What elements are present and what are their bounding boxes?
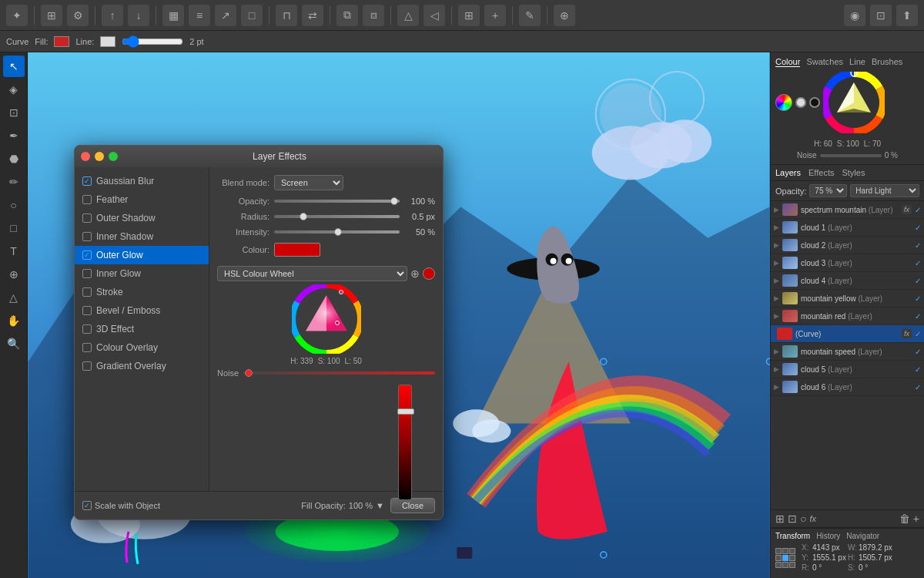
paint-tool[interactable]: ○ (3, 194, 25, 216)
blend-mode-select-panel[interactable]: Hard Light (850, 184, 919, 197)
scale-checkbox[interactable]: ✓ (82, 501, 92, 510)
wheel-color-swatch[interactable] (423, 267, 435, 280)
canvas-area[interactable]: Layer Effects ✓ Gaussian Blur Feather (28, 52, 770, 578)
group-icon[interactable]: ⧉ (336, 5, 358, 26)
ref-pt[interactable] (775, 555, 782, 561)
bool-icon[interactable]: ⊕ (554, 5, 575, 26)
hsl-color-wheel[interactable] (292, 284, 361, 354)
image-icon[interactable]: ⊡ (788, 512, 797, 525)
layer-visible[interactable]: ✓ (915, 206, 921, 214)
saturation-handle[interactable] (397, 408, 414, 415)
effect-outer-glow[interactable]: ✓ Outer Glow (75, 246, 209, 264)
layer-visible[interactable]: ✓ (915, 365, 921, 374)
layer-visible[interactable]: ✓ (915, 259, 921, 267)
select-tool[interactable]: ↖ (3, 55, 25, 77)
gradient-overlay-checkbox[interactable] (82, 361, 92, 371)
layer-cloud3[interactable]: ▶ cloud 3 (Layer) ✓ (771, 254, 924, 272)
blend-mode-select[interactable]: Screen (274, 175, 343, 190)
opacity-thumb[interactable] (390, 197, 398, 205)
brushes-tab[interactable]: Brushes (872, 57, 902, 67)
effect-outer-shadow[interactable]: Outer Shadow (75, 209, 209, 227)
fill-swatch[interactable] (54, 36, 69, 47)
gaussian-blur-checkbox[interactable]: ✓ (82, 176, 92, 186)
layer-visible[interactable]: ✓ (915, 383, 921, 391)
flip-icon[interactable]: ⇄ (302, 5, 323, 26)
layer-mountain-yellow[interactable]: ▶ mountain yellow (Layer) ✓ (771, 290, 924, 307)
3d-effect-checkbox[interactable] (82, 324, 92, 334)
opacity-select[interactable]: 75 % (809, 184, 847, 197)
delete-icon[interactable]: 🗑 (899, 512, 910, 525)
gradient-tool[interactable]: △ (3, 287, 25, 308)
effect-inner-glow[interactable]: Inner Glow (75, 264, 209, 283)
swatches-tab[interactable]: Swatches (806, 57, 843, 67)
effect-inner-shadow[interactable]: Inner Shadow (75, 227, 209, 246)
layer-cloud6[interactable]: ▶ cloud 6 (Layer) ✓ (771, 378, 924, 396)
triangle-icon[interactable]: △ (397, 5, 419, 26)
wheel-type-select[interactable]: HSL Colour Wheel (217, 266, 407, 281)
settings-icon[interactable]: ⚙ (67, 5, 89, 26)
layer-visible[interactable]: ✓ (915, 241, 921, 250)
crop-tool[interactable]: ⊡ (3, 102, 25, 123)
inner-shadow-checkbox[interactable] (82, 232, 92, 241)
layers-tab[interactable]: Layers (775, 168, 801, 177)
effect-stroke[interactable]: Stroke (75, 283, 209, 301)
align-icon[interactable]: ≡ (189, 5, 210, 26)
feather-checkbox[interactable] (82, 195, 92, 204)
ungroup-icon[interactable]: ⧈ (363, 5, 384, 26)
line-swatch[interactable] (100, 36, 116, 47)
download-icon[interactable]: ↓ (128, 5, 149, 26)
black-swatch[interactable] (809, 97, 820, 108)
close-button[interactable] (81, 152, 90, 161)
bevel-emboss-checkbox[interactable] (82, 306, 92, 315)
snap-icon[interactable]: ⊞ (458, 5, 480, 26)
share-icon[interactable]: ⬆ (896, 5, 918, 26)
pencil-icon[interactable]: ✎ (519, 5, 541, 26)
effect-colour-overlay[interactable]: Colour Overlay (75, 338, 209, 357)
mask-icon[interactable]: ○ (800, 512, 806, 525)
saturation-bar[interactable] (398, 385, 412, 500)
layer-cloud1[interactable]: ▶ cloud 1 (Layer) ✓ (771, 219, 924, 237)
hand-tool[interactable]: ✋ (3, 310, 25, 331)
navigator-tab[interactable]: Navigator (846, 532, 879, 540)
shape-tool[interactable]: □ (3, 217, 25, 239)
ref-pt[interactable] (782, 562, 788, 568)
ref-pt-active[interactable] (782, 555, 788, 561)
dialog-close-button[interactable]: Close (390, 498, 435, 513)
outer-shadow-checkbox[interactable] (82, 213, 92, 223)
history-tab[interactable]: History (816, 532, 840, 540)
fx-icon[interactable]: fx (809, 514, 816, 523)
layer-visible[interactable]: ✓ (915, 223, 921, 232)
arrange-icon[interactable]: ⊓ (276, 5, 297, 26)
layer-curve[interactable]: (Curve) fx ✓ (771, 325, 924, 343)
eyedropper-icon[interactable]: ⊕ (410, 267, 420, 280)
layer-mountain-red[interactable]: ▶ mountain red (Layer) ✓ (771, 307, 924, 325)
nav2-icon[interactable]: ⊡ (870, 5, 892, 26)
layer-cloud4[interactable]: ▶ cloud 4 (Layer) ✓ (771, 272, 924, 290)
pencil-tool[interactable]: ✏ (3, 171, 25, 193)
layer-cloud2[interactable]: ▶ cloud 2 (Layer) ✓ (771, 237, 924, 254)
effects-tab[interactable]: Effects (808, 168, 834, 177)
layer-visible[interactable]: ✓ (915, 294, 921, 303)
ref-pt[interactable] (789, 562, 795, 568)
effect-gaussian-blur[interactable]: ✓ Gaussian Blur (75, 172, 209, 190)
layer-visible[interactable]: ✓ (915, 312, 921, 321)
outer-glow-checkbox[interactable]: ✓ (82, 250, 92, 260)
noise-thumb[interactable] (245, 369, 253, 377)
layer-mountain-speed[interactable]: ▶ mountain speed (Layer) ✓ (771, 343, 924, 361)
text-tool[interactable]: T (3, 240, 25, 262)
eyedropper-tool[interactable]: ⊕ (3, 264, 25, 285)
stroke-checkbox[interactable] (82, 287, 92, 297)
effect-feather[interactable]: Feather (75, 190, 209, 209)
colour-tab[interactable]: Colour (775, 57, 800, 67)
transform-icon[interactable]: ↗ (215, 5, 236, 26)
ref-pt[interactable] (775, 548, 782, 554)
hue-wheel-icon[interactable] (775, 94, 792, 111)
rect-icon[interactable]: □ (241, 5, 263, 26)
layer-cloud5[interactable]: ▶ cloud 5 (Layer) ✓ (771, 361, 924, 378)
grid2-icon[interactable]: ▦ (162, 5, 184, 26)
add-icon[interactable]: + (484, 5, 506, 26)
pen-tool[interactable]: ✒ (3, 125, 25, 146)
upload-icon[interactable]: ↑ (102, 5, 123, 26)
ref-pt[interactable] (782, 548, 788, 554)
white-swatch[interactable] (795, 97, 806, 108)
